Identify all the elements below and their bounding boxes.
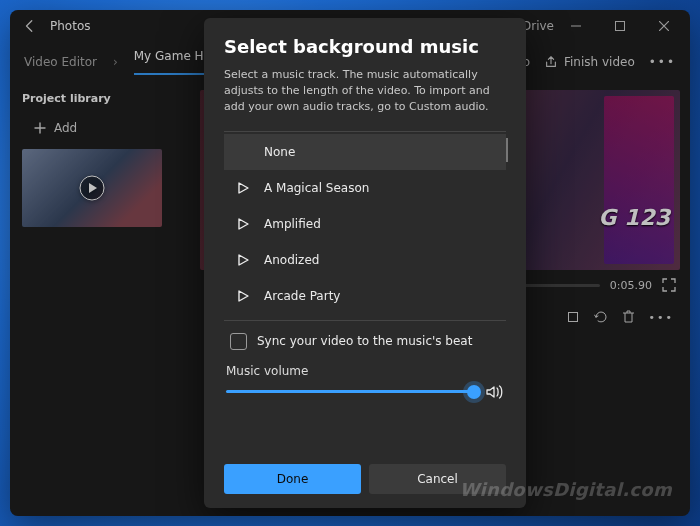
track-label: A Magical Season (264, 181, 369, 195)
done-button[interactable]: Done (224, 464, 361, 494)
sync-to-beat-row[interactable]: Sync your video to the music's beat (224, 323, 506, 356)
track-label: Arcade Party (264, 289, 340, 303)
photos-video-editor-window: Photos eDrive Video Editor › My Game Hig… (10, 10, 690, 516)
track-option[interactable]: Amplified (224, 206, 506, 242)
done-label: Done (277, 472, 309, 486)
speaker-icon[interactable] (486, 384, 504, 400)
track-label: Anodized (264, 253, 319, 267)
play-icon[interactable] (236, 218, 250, 230)
divider (224, 320, 506, 321)
track-option[interactable]: Anodized (224, 242, 506, 278)
sync-label: Sync your video to the music's beat (257, 334, 472, 348)
track-option[interactable]: Arcade Party (224, 278, 506, 314)
play-icon[interactable] (236, 182, 250, 194)
track-label: Amplified (264, 217, 321, 231)
dialog-description: Select a music track. The music automati… (224, 67, 506, 115)
play-icon[interactable] (236, 254, 250, 266)
track-option[interactable]: A Magical Season (224, 170, 506, 206)
scrollbar-indicator[interactable] (506, 138, 508, 162)
track-list[interactable]: None A Magical Season Amplified Anodized… (224, 134, 506, 314)
track-label: None (264, 145, 295, 159)
track-option-none[interactable]: None (224, 134, 506, 170)
dialog-title: Select background music (224, 36, 506, 57)
cancel-button[interactable]: Cancel (369, 464, 506, 494)
play-icon[interactable] (236, 290, 250, 302)
volume-label: Music volume (224, 356, 506, 382)
background-music-dialog: Select background music Select a music t… (204, 18, 526, 508)
cancel-label: Cancel (417, 472, 458, 486)
divider (224, 131, 506, 132)
volume-slider[interactable] (226, 390, 474, 393)
sync-checkbox[interactable] (230, 333, 247, 350)
